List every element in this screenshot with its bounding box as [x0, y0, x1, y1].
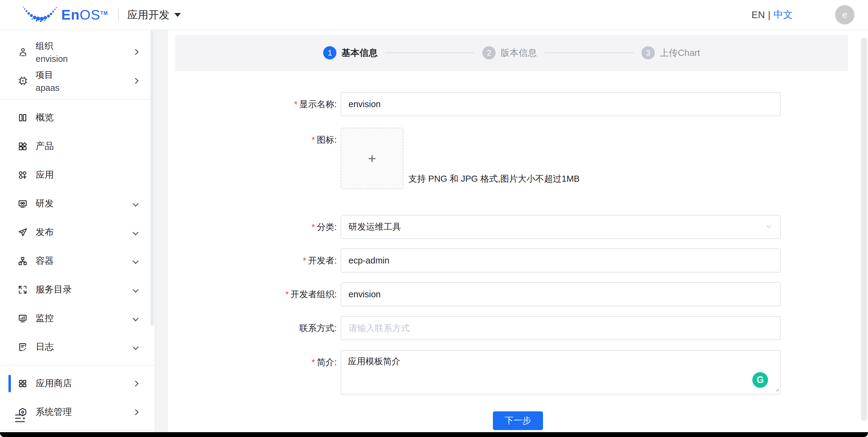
overview-icon — [18, 112, 28, 123]
service-catalog-icon — [18, 284, 28, 295]
chevron-down-icon — [132, 229, 138, 235]
chevron-down-icon — [132, 287, 138, 293]
lang-en-link[interactable]: EN — [751, 9, 765, 21]
select-chevron-down-icon — [765, 222, 773, 232]
sidebar-item-monitoring[interactable]: 监控 — [0, 304, 155, 333]
chevron-right-icon — [132, 78, 138, 84]
plus-icon: + — [368, 150, 376, 167]
icon-upload-hint: 支持 PNG 和 JPG 格式,图片大小不超过1MB — [408, 173, 580, 185]
active-indicator — [8, 375, 11, 392]
app-switcher[interactable]: 应用开发 — [127, 8, 181, 22]
main-content: 1 基本信息 2 版本信息 3 上传Chart *显示名称: *图标: + 支持… — [168, 30, 868, 432]
icon-upload-box[interactable]: + — [341, 128, 403, 189]
step-number-badge: 1 — [323, 46, 336, 60]
page-scrollbar-thumb[interactable] — [861, 38, 867, 421]
content-gutter — [155, 30, 168, 432]
category-label: *分类: — [168, 215, 341, 239]
sidebar-item-container[interactable]: 容器 — [0, 246, 155, 275]
development-icon — [18, 199, 28, 209]
contact-label: 联系方式: — [168, 316, 341, 340]
chevron-down-icon — [132, 258, 138, 264]
required-mark: * — [312, 222, 315, 232]
step-connector — [545, 53, 633, 53]
step-number-badge: 3 — [642, 46, 655, 60]
intro-textarea[interactable]: 应用模板简介 — [341, 350, 781, 395]
caret-down-icon — [174, 13, 181, 17]
sidebar-item-logs[interactable]: 日志 — [0, 333, 155, 361]
sidebar-item-application[interactable]: 应用 — [0, 161, 155, 189]
step-connector — [385, 53, 474, 53]
sidebar-item-product[interactable]: 产品 — [0, 132, 155, 161]
sidebar-item-app-store[interactable]: 应用商店 — [0, 369, 155, 398]
sidebar-nav: 组织 envision 项目 apaas 概览 — [0, 30, 155, 432]
sidebar-item-development[interactable]: 研发 — [0, 189, 155, 218]
header-divider — [118, 8, 119, 21]
sidebar-item-organization[interactable]: 组织 envision — [0, 37, 155, 66]
grammarly-icon[interactable]: G — [752, 372, 768, 388]
chevron-right-icon — [132, 380, 138, 386]
chevron-down-icon — [132, 344, 138, 350]
category-select[interactable]: 研发运维工具 — [341, 215, 781, 239]
developer-org-input[interactable] — [341, 282, 781, 306]
display-name-input[interactable] — [341, 92, 781, 116]
project-icon — [18, 75, 28, 86]
organization-icon — [18, 46, 28, 57]
chevron-down-icon — [132, 315, 138, 322]
user-avatar[interactable]: e — [835, 5, 855, 25]
app-title: 应用开发 — [127, 8, 169, 22]
container-icon — [18, 256, 28, 266]
sidebar-collapse-button[interactable] — [13, 412, 27, 425]
application-icon — [18, 170, 28, 180]
sidebar-divider — [0, 430, 155, 431]
product-icon — [18, 141, 28, 152]
category-selected-value: 研发运维工具 — [348, 221, 401, 233]
sidebar-divider — [0, 99, 155, 100]
textarea-resize-handle[interactable] — [774, 387, 779, 393]
app-store-icon — [18, 378, 28, 389]
window-bottom-edge — [0, 432, 868, 437]
sidebar-item-project[interactable]: 项目 apaas — [0, 66, 155, 95]
project-value: apaas — [36, 83, 60, 93]
step-number-badge: 2 — [482, 46, 496, 60]
wizard-stepper: 1 基本信息 2 版本信息 3 上传Chart — [175, 35, 848, 71]
organization-label: 组织 — [36, 40, 68, 52]
release-icon — [18, 227, 28, 237]
sidebar-scrollbar-thumb[interactable] — [150, 30, 154, 326]
developer-input[interactable] — [341, 248, 781, 272]
lang-separator: | — [768, 9, 770, 21]
sidebar-item-release[interactable]: 发布 — [0, 218, 155, 246]
top-header: EnOSTM 应用开发 EN | 中文 e — [0, 0, 868, 30]
required-mark: * — [303, 256, 306, 265]
required-mark: * — [312, 135, 315, 144]
required-mark: * — [294, 99, 298, 109]
required-mark: * — [312, 357, 315, 367]
display-name-label: *显示名称: — [168, 92, 341, 116]
next-step-button[interactable]: 下一步 — [493, 411, 543, 430]
brand-name: EnOSTM — [61, 7, 108, 23]
developer-org-label: *开发者组织: — [168, 282, 341, 306]
developer-label: *开发者: — [168, 248, 341, 272]
required-mark: * — [285, 290, 289, 299]
sidebar-item-service-catalog[interactable]: 服务目录 — [0, 275, 155, 304]
language-switch: EN | 中文 — [751, 8, 793, 22]
logs-icon — [18, 342, 28, 352]
intro-label: *简介: — [168, 350, 341, 395]
chevron-right-icon — [132, 49, 138, 55]
monitoring-icon — [18, 313, 28, 324]
organization-value: envision — [36, 54, 68, 64]
enos-logo-dots-icon — [23, 5, 58, 25]
lang-zh-link[interactable]: 中文 — [773, 8, 793, 22]
contact-input[interactable] — [341, 316, 781, 340]
step-version-info[interactable]: 2 版本信息 — [482, 46, 537, 60]
sidebar-item-overview[interactable]: 概览 — [0, 103, 155, 132]
chevron-right-icon — [132, 409, 138, 415]
chevron-down-icon — [132, 201, 138, 207]
step-basic-info[interactable]: 1 基本信息 — [323, 46, 377, 60]
enos-logo[interactable]: EnOSTM — [23, 5, 108, 25]
sidebar-divider — [0, 365, 155, 366]
icon-label: *图标: — [168, 128, 341, 189]
step-upload-chart[interactable]: 3 上传Chart — [642, 46, 700, 60]
project-label: 项目 — [36, 69, 60, 81]
basic-info-form: *显示名称: *图标: + 支持 PNG 和 JPG 格式,图片大小不超过1MB… — [168, 92, 868, 430]
